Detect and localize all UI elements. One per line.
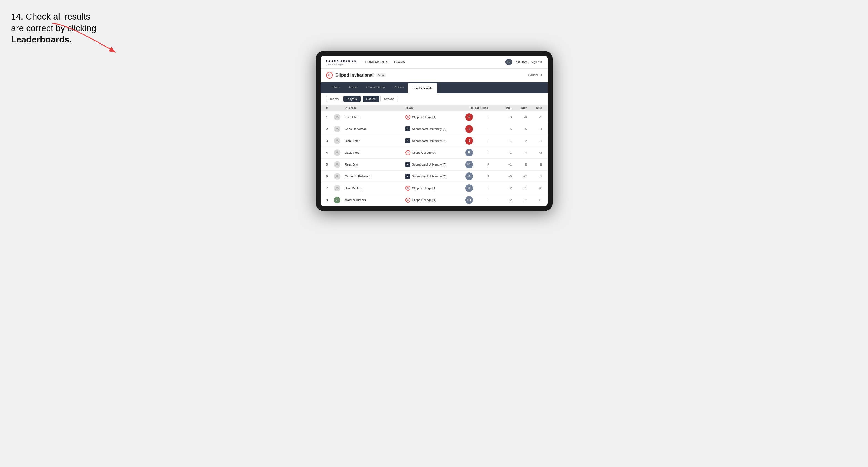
row-avatar <box>334 173 345 180</box>
score-badge: +9 <box>465 184 473 192</box>
row-rd3: -4 <box>527 127 542 131</box>
row-rd3: +3 <box>527 151 542 154</box>
tab-details[interactable]: Details <box>326 82 344 93</box>
row-thru: F <box>480 116 497 119</box>
table-row[interactable]: 7 Blair McHarg C Clippd College [A] +9 <box>321 182 548 194</box>
tab-teams[interactable]: Teams <box>344 82 362 93</box>
row-rd3: -1 <box>527 175 542 178</box>
row-rd1: +2 <box>497 187 512 190</box>
cancel-button[interactable]: Cancel ✕ <box>528 73 542 77</box>
row-total: -8 <box>458 113 480 121</box>
col-rd1: RD1 <box>497 106 512 110</box>
row-team: C Clippd College [A] <box>405 150 458 155</box>
row-total: +6 <box>458 173 480 180</box>
row-thru: F <box>480 163 497 166</box>
row-rd1: -5 <box>497 127 512 131</box>
row-team: C Clippd College [A] <box>405 115 458 120</box>
filter-scores[interactable]: Scores <box>363 96 379 102</box>
tournament-title: Clippd Invitational <box>336 73 374 78</box>
row-rd3: E <box>527 163 542 166</box>
player-avatar <box>334 114 340 120</box>
player-avatar <box>334 161 340 168</box>
row-rd2: E <box>512 163 527 166</box>
nav-links: TOURNAMENTS TEAMS <box>363 59 405 65</box>
table-row[interactable]: 2 Chris Robertson SU Scoreboard Universi… <box>321 123 548 135</box>
row-rd1: +3 <box>497 116 512 119</box>
row-num: 8 <box>326 198 334 202</box>
row-team: SU Scoreboard University [A] <box>405 126 458 131</box>
tournament-icon: C <box>326 72 333 79</box>
score-badge: +6 <box>465 173 473 180</box>
filter-players[interactable]: Players <box>343 96 361 102</box>
nav-right: TU Test User | Sign out <box>505 59 542 65</box>
table-body: 1 Elliot Ebert C Clippd College [A] -8 <box>321 111 548 206</box>
tablet-frame: SCOREBOARD Powered by clippd TOURNAMENTS… <box>316 51 553 211</box>
row-player-name: Marcus Turners <box>345 198 405 202</box>
row-avatar <box>334 114 345 120</box>
row-player-name: Blair McHarg <box>345 187 405 190</box>
team-icon-clippd: C <box>405 197 410 203</box>
row-player-name: Elliot Ebert <box>345 116 405 119</box>
nav-user-label: Test User | <box>514 60 529 64</box>
row-rd3: +6 <box>527 187 542 190</box>
row-team: SU Scoreboard University [A] <box>405 162 458 167</box>
row-num: 2 <box>326 127 334 131</box>
row-rd1: +1 <box>497 139 512 143</box>
table-row[interactable]: 3 Rich Butler SU Scoreboard University [… <box>321 135 548 147</box>
table-row[interactable]: 8 MT Marcus Turners C Clippd College [A]… <box>321 194 548 206</box>
row-rd1: +5 <box>497 175 512 178</box>
row-thru: F <box>480 187 497 190</box>
tab-results[interactable]: Results <box>389 82 408 93</box>
team-icon-clippd: C <box>405 150 410 155</box>
row-total: +9 <box>458 184 480 192</box>
row-rd3: +2 <box>527 198 542 202</box>
table-row[interactable]: 4 David Ford C Clippd College [A] E F <box>321 147 548 159</box>
row-total: +1 <box>458 161 480 168</box>
row-rd2: -4 <box>512 151 527 154</box>
team-icon-clippd: C <box>405 115 410 120</box>
row-thru: F <box>480 175 497 178</box>
row-rd1: +1 <box>497 163 512 166</box>
leaderboard-table: # PLAYER TEAM TOTAL THRU RD1 RD2 RD3 1 <box>321 105 548 206</box>
row-avatar <box>334 126 345 132</box>
nav-signout[interactable]: Sign out <box>531 60 542 64</box>
team-icon-scoreboard: SU <box>405 174 410 179</box>
row-player-name: Cameron Robertson <box>345 175 405 178</box>
instruction-block: 14. Check all results are correct by cli… <box>11 11 857 45</box>
tab-leaderboards[interactable]: Leaderboards <box>408 83 437 93</box>
row-num: 3 <box>326 139 334 143</box>
row-num: 4 <box>326 151 334 154</box>
row-team: C Clippd College [A] <box>405 186 458 191</box>
col-rd3: RD3 <box>527 106 542 110</box>
row-team: C Clippd College [A] <box>405 197 458 203</box>
filter-teams[interactable]: Teams <box>326 96 342 102</box>
row-total: +11 <box>458 196 480 204</box>
filter-strokes[interactable]: Strokes <box>380 96 398 102</box>
logo-sub: Powered by clippd <box>326 63 357 66</box>
row-player-name: David Ford <box>345 151 405 154</box>
col-team: TEAM <box>405 106 458 110</box>
team-icon-clippd: C <box>405 186 410 191</box>
row-avatar <box>334 149 345 156</box>
tab-course-setup[interactable]: Course Setup <box>362 82 389 93</box>
score-badge: -4 <box>465 125 473 133</box>
table-row[interactable]: 6 Cameron Robertson SU Scoreboard Univer… <box>321 170 548 182</box>
player-avatar <box>334 137 340 144</box>
nav-teams[interactable]: TEAMS <box>394 59 405 65</box>
nav-left: SCOREBOARD Powered by clippd TOURNAMENTS… <box>326 59 405 66</box>
row-total: -4 <box>458 125 480 133</box>
col-num: # <box>326 106 334 110</box>
nav-avatar: TU <box>505 59 512 65</box>
row-player-name: Rees Britt <box>345 163 405 166</box>
tablet-screen: SCOREBOARD Powered by clippd TOURNAMENTS… <box>321 56 548 206</box>
row-thru: F <box>480 127 497 131</box>
table-row[interactable]: 5 Rees Britt SU Scoreboard University [A… <box>321 159 548 170</box>
row-rd2: -6 <box>512 116 527 119</box>
cancel-icon: ✕ <box>539 73 542 77</box>
nav-tournaments[interactable]: TOURNAMENTS <box>363 59 389 65</box>
player-avatar <box>334 149 340 156</box>
tournament-left: C Clippd Invitational Men <box>326 72 386 79</box>
table-row[interactable]: 1 Elliot Ebert C Clippd College [A] -8 <box>321 111 548 123</box>
score-badge: -8 <box>465 113 473 121</box>
score-badge: -2 <box>465 137 473 145</box>
